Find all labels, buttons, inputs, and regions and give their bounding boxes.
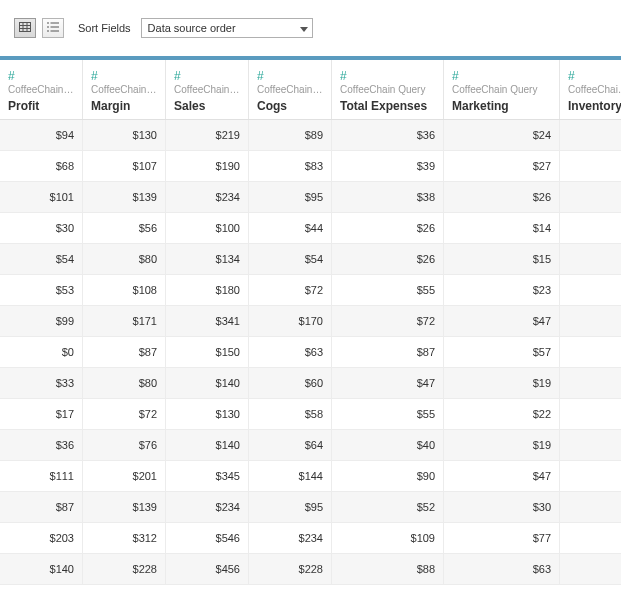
- table-cell: $33: [0, 368, 83, 398]
- column-name: Profit: [8, 99, 74, 113]
- table-row[interactable]: $99$171$341$170$72$47: [0, 306, 621, 337]
- column-header[interactable]: #CoffeeChain …Profit: [0, 60, 83, 119]
- table-cell: $52: [332, 492, 444, 522]
- table-cell: $107: [83, 151, 166, 181]
- column-source: CoffeeChain Q: [568, 84, 621, 96]
- table-row[interactable]: $30$56$100$44$26$14: [0, 213, 621, 244]
- table-cell: $19: [444, 368, 560, 398]
- table-cell: $89: [249, 120, 332, 150]
- number-type-icon: #: [174, 70, 240, 82]
- column-source: CoffeeChain …: [8, 84, 74, 96]
- table-cell: $144: [249, 461, 332, 491]
- column-header[interactable]: #CoffeeChain Qu…Margin: [83, 60, 166, 119]
- column-header[interactable]: #CoffeeChain …Cogs: [249, 60, 332, 119]
- grid-view-button[interactable]: [14, 18, 36, 38]
- table-cell: $203: [0, 523, 83, 553]
- table-cell: $60: [249, 368, 332, 398]
- table-cell: $0: [0, 337, 83, 367]
- table-cell: [560, 523, 621, 553]
- table-cell: $80: [83, 368, 166, 398]
- table-cell: [560, 492, 621, 522]
- number-type-icon: #: [257, 70, 323, 82]
- table-row[interactable]: $140$228$456$228$88$63: [0, 554, 621, 585]
- table-cell: [560, 461, 621, 491]
- table-row[interactable]: $17$72$130$58$55$22: [0, 399, 621, 430]
- table-cell: [560, 430, 621, 460]
- table-cell: [560, 368, 621, 398]
- table-cell: $101: [0, 182, 83, 212]
- list-view-button[interactable]: [42, 18, 64, 38]
- table-row[interactable]: $87$139$234$95$52$30: [0, 492, 621, 523]
- table-cell: $109: [332, 523, 444, 553]
- table-cell: $68: [0, 151, 83, 181]
- sort-fields-select[interactable]: Data source order: [141, 18, 313, 38]
- table-cell: [560, 337, 621, 367]
- table-cell: $53: [0, 275, 83, 305]
- table-cell: $94: [0, 120, 83, 150]
- table-cell: $72: [83, 399, 166, 429]
- number-type-icon: #: [91, 70, 157, 82]
- table-row[interactable]: $36$76$140$64$40$19: [0, 430, 621, 461]
- toolbar: Sort Fields Data source order: [0, 0, 621, 56]
- table-cell: $54: [249, 244, 332, 274]
- table-cell: $234: [166, 182, 249, 212]
- number-type-icon: #: [340, 70, 435, 82]
- table-cell: $228: [83, 554, 166, 584]
- table-cell: $23: [444, 275, 560, 305]
- table-row[interactable]: $111$201$345$144$90$47: [0, 461, 621, 492]
- table-cell: $456: [166, 554, 249, 584]
- table-row[interactable]: $0$87$150$63$87$57: [0, 337, 621, 368]
- table-cell: $47: [332, 368, 444, 398]
- column-header[interactable]: #CoffeeChain QueryTotal Expenses: [332, 60, 444, 119]
- sort-fields-value: Data source order: [148, 22, 236, 34]
- column-source: CoffeeChain Query: [452, 84, 551, 96]
- column-header[interactable]: #CoffeeChain QueryMarketing: [444, 60, 560, 119]
- table-cell: [560, 306, 621, 336]
- table-cell: $47: [444, 461, 560, 491]
- column-header[interactable]: #CoffeeChain QInventory: [560, 60, 621, 119]
- table-cell: $140: [166, 430, 249, 460]
- table-cell: $140: [166, 368, 249, 398]
- table-row[interactable]: $94$130$219$89$36$24: [0, 120, 621, 151]
- column-source: CoffeeChain …: [174, 84, 240, 96]
- table-row[interactable]: $101$139$234$95$38$26: [0, 182, 621, 213]
- table-cell: $130: [83, 120, 166, 150]
- table-row[interactable]: $53$108$180$72$55$23: [0, 275, 621, 306]
- table-cell: $87: [0, 492, 83, 522]
- table-cell: $150: [166, 337, 249, 367]
- column-header[interactable]: #CoffeeChain …Sales: [166, 60, 249, 119]
- table-cell: [560, 275, 621, 305]
- table-cell: $80: [83, 244, 166, 274]
- table-cell: $234: [166, 492, 249, 522]
- table-cell: $171: [83, 306, 166, 336]
- table-cell: $47: [444, 306, 560, 336]
- table-row[interactable]: $68$107$190$83$39$27: [0, 151, 621, 182]
- table-cell: $87: [332, 337, 444, 367]
- column-name: Margin: [91, 99, 157, 113]
- table-cell: $64: [249, 430, 332, 460]
- table-cell: $36: [332, 120, 444, 150]
- data-rows: $94$130$219$89$36$24$68$107$190$83$39$27…: [0, 120, 621, 585]
- number-type-icon: #: [568, 70, 621, 82]
- table-cell: $312: [83, 523, 166, 553]
- table-cell: $38: [332, 182, 444, 212]
- table-row[interactable]: $203$312$546$234$109$77: [0, 523, 621, 554]
- table-cell: [560, 213, 621, 243]
- table-cell: [560, 151, 621, 181]
- table-cell: $27: [444, 151, 560, 181]
- table-cell: $90: [332, 461, 444, 491]
- table-cell: [560, 120, 621, 150]
- table-cell: $201: [83, 461, 166, 491]
- table-cell: $546: [166, 523, 249, 553]
- table-cell: $55: [332, 399, 444, 429]
- table-cell: $63: [444, 554, 560, 584]
- chevron-down-icon: [300, 22, 308, 34]
- table-cell: $341: [166, 306, 249, 336]
- table-row[interactable]: $54$80$134$54$26$15: [0, 244, 621, 275]
- table-cell: $26: [444, 182, 560, 212]
- table-cell: [560, 554, 621, 584]
- table-row[interactable]: $33$80$140$60$47$19: [0, 368, 621, 399]
- table-cell: $139: [83, 492, 166, 522]
- table-cell: $22: [444, 399, 560, 429]
- table-cell: $54: [0, 244, 83, 274]
